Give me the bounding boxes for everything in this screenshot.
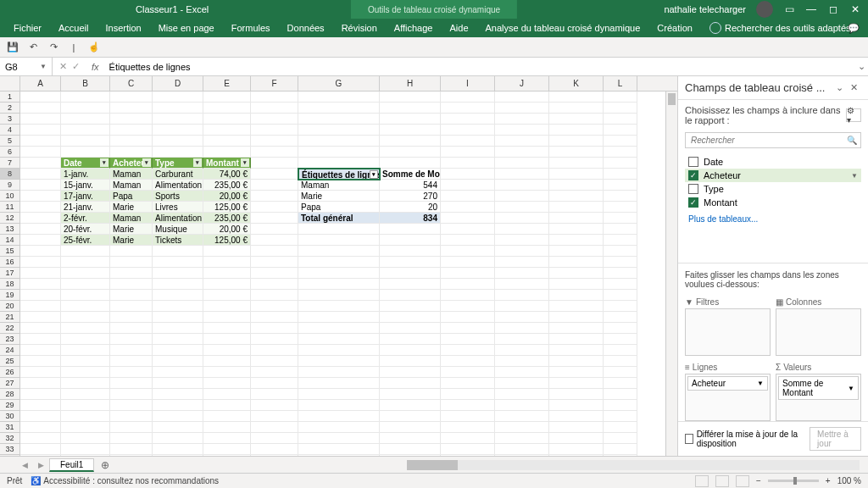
col-header[interactable]: I — [441, 76, 495, 91]
cell[interactable]: Marie — [110, 235, 153, 246]
cell[interactable]: Papa — [110, 191, 153, 202]
cell[interactable] — [61, 301, 110, 312]
cell[interactable] — [251, 411, 298, 422]
cell[interactable] — [61, 433, 110, 444]
cell[interactable] — [441, 356, 495, 367]
more-tables-link[interactable]: Plus de tableaux... — [678, 211, 868, 227]
cell[interactable]: Maman — [110, 169, 153, 180]
expand-formula-icon[interactable]: ⌄ — [854, 61, 868, 72]
cell[interactable] — [203, 147, 251, 158]
cell[interactable] — [20, 444, 61, 455]
cell[interactable] — [298, 334, 380, 345]
fx-icon[interactable]: fx — [86, 62, 104, 72]
cell[interactable]: Marie — [110, 202, 153, 213]
enter-icon[interactable]: ✓ — [72, 61, 80, 72]
cell[interactable] — [153, 92, 203, 103]
cell[interactable] — [380, 422, 441, 433]
cell[interactable] — [20, 411, 61, 422]
cell[interactable] — [549, 202, 604, 213]
cell[interactable]: 15-janv. — [61, 180, 110, 191]
field-checkbox[interactable]: ✓ — [688, 197, 698, 208]
row-header[interactable]: 18 — [0, 279, 20, 290]
cell[interactable]: Alimentation — [153, 180, 203, 191]
cell[interactable] — [251, 389, 298, 400]
chevron-down-icon[interactable]: ⌄ — [832, 82, 847, 93]
cell[interactable] — [298, 433, 380, 444]
cell[interactable]: Montant▾ — [203, 158, 251, 169]
cell[interactable] — [203, 312, 251, 323]
cell[interactable] — [604, 147, 637, 158]
cell[interactable] — [604, 422, 637, 433]
cell[interactable] — [61, 367, 110, 378]
cell[interactable] — [251, 191, 298, 202]
field-type[interactable]: Type — [685, 182, 861, 196]
minimize-icon[interactable]: — — [805, 3, 817, 15]
sheet-nav-prev-icon[interactable]: ◀ — [17, 461, 33, 469]
cell[interactable] — [251, 246, 298, 257]
cell[interactable] — [380, 158, 441, 169]
add-sheet-icon[interactable]: ⊕ — [94, 459, 116, 471]
cell[interactable] — [441, 323, 495, 334]
cell[interactable] — [495, 378, 549, 389]
field-checkbox[interactable] — [688, 157, 698, 167]
cell[interactable] — [251, 213, 298, 224]
row-header[interactable]: 25 — [0, 356, 20, 367]
row-header[interactable]: 5 — [0, 136, 20, 147]
cell[interactable] — [380, 290, 441, 301]
col-header[interactable]: A — [20, 76, 61, 91]
cell[interactable] — [153, 433, 203, 444]
cell[interactable] — [153, 125, 203, 136]
cell[interactable] — [495, 444, 549, 455]
cell[interactable] — [604, 444, 637, 455]
cell[interactable] — [110, 114, 153, 125]
context-tools-tab[interactable]: Outils de tableau croisé dynamique — [351, 0, 517, 19]
row-header[interactable]: 1 — [0, 92, 20, 103]
cell[interactable] — [604, 400, 637, 411]
cell[interactable] — [61, 378, 110, 389]
col-header[interactable]: D — [153, 76, 203, 91]
cell[interactable] — [153, 312, 203, 323]
cell[interactable] — [110, 334, 153, 345]
field-checkbox[interactable]: ✓ — [688, 170, 698, 180]
cell[interactable] — [110, 422, 153, 433]
cell[interactable] — [251, 92, 298, 103]
cell[interactable] — [153, 323, 203, 334]
cell[interactable] — [495, 114, 549, 125]
cell[interactable] — [604, 180, 637, 191]
cell[interactable] — [61, 125, 110, 136]
name-box[interactable]: G8 ▼ — [0, 58, 53, 75]
cell[interactable] — [298, 257, 380, 268]
cell[interactable] — [604, 103, 637, 114]
cell[interactable] — [110, 312, 153, 323]
cell[interactable] — [203, 378, 251, 389]
cell[interactable] — [495, 125, 549, 136]
cell[interactable] — [441, 389, 495, 400]
cell[interactable] — [549, 224, 604, 235]
row-header[interactable]: 29 — [0, 400, 20, 411]
cell[interactable] — [20, 400, 61, 411]
row-header[interactable]: 14 — [0, 235, 20, 246]
cell[interactable] — [441, 334, 495, 345]
ribbon-tab-données[interactable]: Données — [279, 19, 333, 37]
cell[interactable] — [549, 323, 604, 334]
cell[interactable] — [441, 169, 495, 180]
cell[interactable] — [153, 290, 203, 301]
cell[interactable] — [495, 290, 549, 301]
cell[interactable] — [495, 323, 549, 334]
cell[interactable] — [298, 422, 380, 433]
cell[interactable]: 21-janv. — [61, 202, 110, 213]
cell[interactable] — [251, 169, 298, 180]
row-header[interactable]: 6 — [0, 147, 20, 158]
cell[interactable] — [110, 345, 153, 356]
zoom-slider[interactable] — [768, 480, 819, 482]
cell[interactable] — [549, 444, 604, 455]
cell[interactable]: 235,00 € — [203, 213, 251, 224]
page-layout-icon[interactable] — [715, 475, 729, 487]
cell[interactable] — [495, 279, 549, 290]
ribbon-tab-mise-en-page[interactable]: Mise en page — [150, 19, 223, 37]
cell[interactable] — [203, 400, 251, 411]
cell[interactable] — [298, 235, 380, 246]
cell[interactable] — [153, 103, 203, 114]
col-header[interactable]: J — [495, 76, 549, 91]
cell[interactable] — [549, 147, 604, 158]
